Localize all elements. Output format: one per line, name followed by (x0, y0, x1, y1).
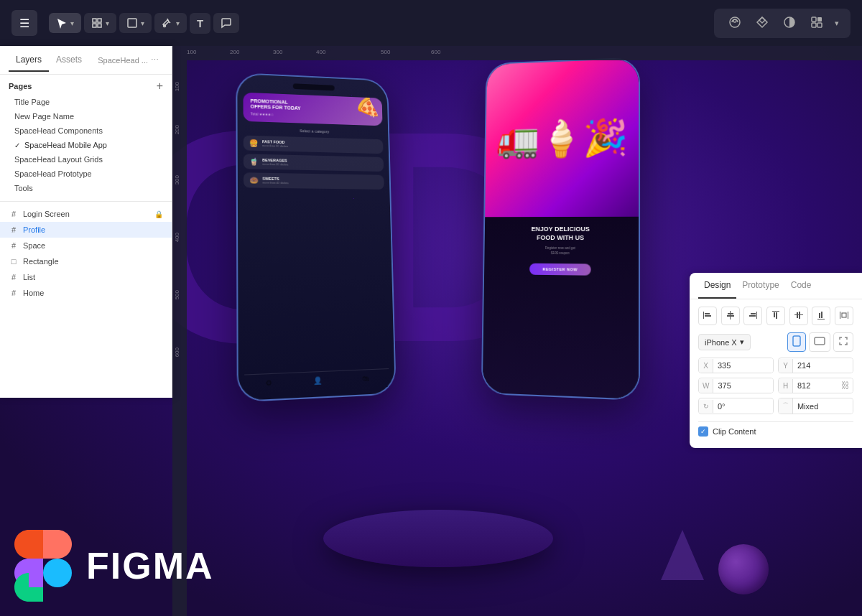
phone-notch (293, 83, 335, 90)
align-center-h-button[interactable] (721, 307, 740, 325)
page-title-page[interactable]: Title Page (9, 95, 163, 109)
align-center-v-button[interactable] (789, 307, 808, 325)
checkbox-check-icon: ✓ (700, 428, 706, 435)
components-icon[interactable] (750, 13, 774, 34)
tab-layers[interactable]: Layers (9, 49, 49, 72)
category-label: Select a category (244, 126, 383, 135)
portrait-icon[interactable] (787, 332, 806, 352)
community-icon[interactable] (723, 13, 747, 34)
svg-rect-15 (705, 315, 711, 317)
pen-tool[interactable]: ▾ (154, 13, 187, 33)
svg-rect-17 (728, 313, 733, 314)
toolbar: ☰ ▾ ▾ ▾ ▾ T (0, 0, 862, 46)
y-value[interactable]: 214 (793, 358, 853, 373)
device-selector[interactable]: iPhone X ▾ (698, 334, 751, 350)
wh-inputs: W 375 H 812 ⛓ (698, 378, 853, 393)
layer-rectangle[interactable]: □ Rectangle (0, 253, 172, 269)
sphere-shape (718, 544, 769, 594)
corner-input[interactable]: ⌒ Mixed (778, 398, 853, 414)
layer-icon-rect: □ (9, 257, 19, 266)
y-input[interactable]: Y 214 (778, 358, 853, 373)
layer-space[interactable]: # Space (0, 238, 172, 253)
comment-tool[interactable] (213, 13, 239, 33)
align-top-button[interactable] (766, 307, 785, 325)
align-bottom-button[interactable] (812, 307, 830, 325)
w-value[interactable]: 375 (713, 378, 773, 393)
page-prototype[interactable]: SpaceHead Prototype (9, 167, 163, 181)
align-left-button[interactable] (698, 307, 717, 325)
pages-add-button[interactable]: + (157, 80, 163, 92)
landscape-icon[interactable] (809, 332, 830, 352)
tab-spacehead[interactable]: SpaceHead ... ⋯ (93, 50, 163, 70)
svg-rect-21 (749, 315, 756, 317)
corner-icon: ⌒ (779, 398, 793, 414)
page-new-page[interactable]: New Page Name (9, 109, 163, 123)
ruler-horizontal: 100 200 300 400 500 600 (172, 46, 862, 60)
rotation-value[interactable]: 0° (713, 399, 773, 414)
xy-inputs: X 335 Y 214 (698, 358, 853, 373)
layer-home[interactable]: # Home (0, 285, 172, 301)
svg-rect-10 (817, 17, 822, 22)
frame-tool[interactable]: ▾ (84, 13, 116, 33)
layer-icon-hash: # (9, 289, 19, 297)
svg-rect-14 (705, 313, 710, 314)
sweets-icon: 🍩 (249, 176, 258, 184)
tab-prototype[interactable]: Prototype (736, 273, 784, 299)
tab-code[interactable]: Code (785, 273, 817, 299)
distribute-button[interactable] (835, 307, 853, 325)
page-tools[interactable]: Tools (9, 181, 163, 195)
text-tool[interactable]: T (190, 13, 210, 34)
svg-rect-28 (817, 319, 825, 319)
tab-design[interactable]: Design (698, 273, 736, 299)
register-button[interactable]: REGISTER NOW (530, 263, 591, 276)
page-layout-grids[interactable]: SpaceHead Layout Grids (9, 152, 163, 167)
hamburger-button[interactable]: ☰ (11, 10, 37, 36)
svg-rect-18 (727, 315, 734, 317)
h-input[interactable]: H 812 ⛓ (778, 378, 853, 393)
promo-card: PROMOTIONALOFFERS FOR TODAY Total ★★★★☆ … (243, 93, 382, 126)
svg-point-36 (43, 559, 72, 587)
toolbar-right-group: ▾ (714, 9, 851, 38)
shape-tool[interactable]: ▾ (119, 13, 152, 33)
svg-rect-34 (793, 336, 800, 346)
resize-icon[interactable] (833, 332, 853, 352)
svg-rect-33 (842, 313, 846, 317)
cone-shape (661, 530, 704, 580)
publish-icon[interactable] (805, 13, 829, 34)
h-label: H (779, 379, 793, 393)
x-label: X (699, 359, 713, 373)
clip-content-checkbox[interactable]: ✓ (698, 426, 708, 437)
svg-rect-4 (128, 19, 136, 27)
design-panel: Design Prototype Code (690, 273, 862, 448)
svg-rect-22 (772, 311, 779, 312)
home-icon: 👤 (313, 376, 322, 385)
contrast-icon[interactable] (777, 13, 802, 34)
rotation-input[interactable]: ↻ 0° (698, 398, 774, 414)
tab-assets[interactable]: Assets (49, 49, 89, 72)
rotation-corner-row: ↻ 0° ⌒ Mixed (698, 398, 853, 414)
layer-icon-hash: # (9, 225, 19, 234)
alignment-row (698, 307, 853, 325)
x-input[interactable]: X 335 (698, 358, 774, 373)
page-components[interactable]: SpaceHead Components (9, 123, 163, 138)
svg-rect-30 (821, 312, 822, 318)
active-checkmark: ✓ (14, 141, 20, 149)
clip-content-row: ✓ Clip Content (698, 421, 853, 441)
bag-icon: 🛍 (362, 374, 369, 383)
food-truck-image: 🚛🍦🎉 (485, 58, 639, 217)
lock-icon: 🔒 (154, 210, 163, 218)
w-input[interactable]: W 375 (698, 378, 774, 393)
corner-value[interactable]: Mixed (793, 399, 853, 414)
layer-profile[interactable]: # Profile (0, 222, 172, 238)
design-body: iPhone X ▾ (690, 299, 862, 448)
align-right-button[interactable] (743, 307, 762, 325)
svg-rect-29 (819, 313, 820, 318)
svg-rect-20 (751, 313, 756, 314)
select-tool[interactable]: ▾ (49, 13, 81, 33)
constrain-icon[interactable]: ⛓ (841, 381, 850, 391)
layer-list[interactable]: # List (0, 269, 172, 285)
design-panel-tabs: Design Prototype Code (690, 273, 862, 299)
x-value[interactable]: 335 (713, 358, 773, 373)
page-mobile-app[interactable]: ✓ SpaceHead Mobile App (9, 138, 163, 152)
layer-login-screen[interactable]: # Login Screen 🔒 (0, 206, 172, 222)
